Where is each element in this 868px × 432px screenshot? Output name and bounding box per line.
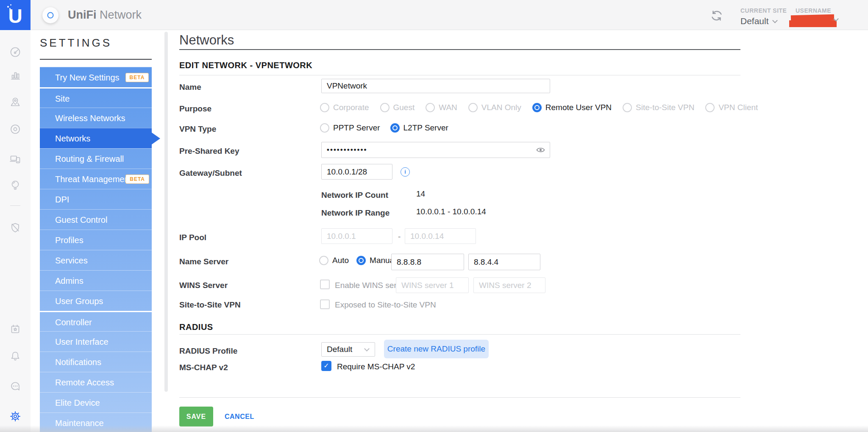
radio-icon bbox=[320, 123, 329, 133]
settings-menu-item[interactable]: Site bbox=[40, 87, 152, 108]
settings-menu-item-label: Services bbox=[55, 250, 88, 271]
settings-menu-item[interactable]: DPI bbox=[40, 189, 152, 209]
statistics-icon[interactable] bbox=[9, 69, 22, 81]
actions-rule bbox=[179, 397, 740, 398]
require-mschap-checkbox[interactable]: ✓ bbox=[321, 361, 331, 371]
radio-icon bbox=[319, 256, 328, 265]
wins-server-1-input[interactable] bbox=[396, 277, 469, 293]
exposed-site-to-site-checkbox[interactable] bbox=[320, 299, 330, 309]
settings-title: SETTINGS bbox=[40, 36, 112, 50]
radius-profile-value: Default bbox=[327, 345, 352, 354]
purpose-radio-option[interactable]: VLAN Only bbox=[468, 103, 521, 112]
username-block[interactable]: USERNAME bbox=[796, 7, 831, 14]
settings-menu-item[interactable]: Remote Access bbox=[40, 372, 152, 392]
ip-pool-start-input[interactable] bbox=[321, 228, 392, 244]
ip-pool-end-input[interactable] bbox=[405, 228, 476, 244]
purpose-radio-option[interactable]: Remote User VPN bbox=[532, 103, 612, 112]
settings-menu-item[interactable]: Networks bbox=[40, 128, 152, 148]
gateway-subnet-input[interactable] bbox=[321, 164, 392, 180]
gateway-subnet-label: Gateway/Subnet bbox=[179, 169, 242, 178]
app-header: U UniFi Network CURRENT SITE Default USE… bbox=[0, 0, 868, 30]
settings-menu-item[interactable]: Maintenance bbox=[40, 413, 152, 432]
radius-profile-select[interactable]: Default bbox=[321, 342, 375, 357]
settings-menu-item[interactable]: Admins bbox=[40, 270, 152, 291]
settings-menu-item-label: Site bbox=[55, 89, 70, 109]
app-title-unifi: UniFi bbox=[68, 8, 97, 21]
name-server-radio-option[interactable]: Manual bbox=[356, 256, 396, 265]
settings-menu-item[interactable]: Notifications bbox=[40, 352, 152, 372]
settings-scrollbar[interactable] bbox=[164, 32, 168, 392]
settings-menu-item-label: User Interface bbox=[55, 332, 108, 352]
alerts-bell-icon[interactable] bbox=[9, 349, 22, 362]
radio-option-label: VLAN Only bbox=[481, 103, 521, 112]
settings-menu-item[interactable]: Profiles bbox=[40, 230, 152, 250]
clients-icon[interactable] bbox=[9, 152, 22, 165]
name-server-radio-option[interactable]: Auto bbox=[319, 256, 349, 265]
wins-server-2-input[interactable] bbox=[473, 277, 545, 293]
network-ip-range-label: Network IP Range bbox=[321, 208, 389, 218]
settings-menu-item[interactable]: User Groups bbox=[40, 291, 152, 311]
settings-menu-item[interactable]: Threat ManagementBETA bbox=[40, 169, 152, 189]
create-radius-profile-button[interactable]: Create new RADIUS profile bbox=[384, 340, 489, 358]
enable-wins-checkbox[interactable] bbox=[320, 280, 330, 289]
mschap-label: MS-CHAP v2 bbox=[179, 363, 228, 372]
settings-menu-item[interactable]: Try New SettingsBETA bbox=[40, 67, 152, 87]
settings-menu-item-label: Threat Management bbox=[55, 169, 131, 189]
current-site-block[interactable]: CURRENT SITE Default bbox=[740, 7, 787, 26]
threat-management-icon[interactable] bbox=[9, 221, 22, 234]
purpose-radio-option[interactable]: Site-to-Site VPN bbox=[623, 103, 694, 112]
events-calendar-icon[interactable] bbox=[9, 323, 22, 335]
cancel-button[interactable]: CANCEL bbox=[225, 413, 254, 421]
dns2-input[interactable] bbox=[468, 254, 540, 270]
dns1-input[interactable] bbox=[391, 254, 464, 270]
purpose-radio-option[interactable]: VPN Client bbox=[705, 103, 758, 112]
network-ip-range-value: 10.0.0.1 - 10.0.0.14 bbox=[416, 207, 486, 216]
info-icon[interactable]: i bbox=[401, 167, 410, 177]
refresh-icon[interactable] bbox=[709, 8, 724, 23]
purpose-radio-group: Corporate Guest WAN VLAN Only Remote Use… bbox=[320, 102, 758, 113]
radio-icon bbox=[705, 103, 715, 112]
settings-menu-item[interactable]: Elite Device bbox=[40, 392, 152, 413]
map-icon[interactable] bbox=[9, 95, 22, 108]
settings-menu-item[interactable]: User Interface bbox=[40, 331, 152, 352]
purpose-radio-option[interactable]: Guest bbox=[380, 103, 415, 112]
dashboard-icon[interactable] bbox=[9, 46, 22, 58]
radio-option-label: L2TP Server bbox=[403, 123, 448, 133]
settings-menu-item[interactable]: Guest Control bbox=[40, 209, 152, 230]
radio-option-label: Guest bbox=[393, 103, 415, 112]
settings-menu-item[interactable]: Routing & Firewall bbox=[40, 148, 152, 169]
purpose-radio-option[interactable]: WAN bbox=[426, 103, 457, 112]
settings-menu-item[interactable]: Services bbox=[40, 250, 152, 270]
require-mschap-checkbox-label: Require MS-CHAP v2 bbox=[337, 362, 415, 371]
main-content: Networks EDIT NETWORK - VPNETWORK Name P… bbox=[168, 30, 868, 432]
devices-icon[interactable] bbox=[9, 123, 22, 136]
radio-icon bbox=[468, 103, 478, 112]
settings-gear-icon[interactable] bbox=[9, 410, 22, 423]
beta-badge: BETA bbox=[125, 174, 149, 184]
insights-icon[interactable] bbox=[9, 179, 22, 191]
vpn-type-radio-option[interactable]: PPTP Server bbox=[320, 123, 380, 133]
settings-menu: Try New SettingsBETA Site Wireless Netwo… bbox=[40, 67, 152, 432]
settings-menu-item[interactable]: Controller bbox=[40, 311, 152, 331]
current-site-value[interactable]: Default bbox=[740, 16, 787, 26]
network-ip-count-label: Network IP Count bbox=[321, 191, 388, 200]
chat-icon[interactable] bbox=[9, 380, 22, 393]
app-title-network: Network bbox=[97, 8, 142, 21]
purpose-radio-option[interactable]: Corporate bbox=[320, 103, 369, 112]
vpn-type-radio-option[interactable]: L2TP Server bbox=[390, 123, 448, 133]
settings-menu-item[interactable]: Wireless Networks bbox=[40, 108, 152, 128]
chevron-down-icon bbox=[772, 18, 778, 23]
page-title-rule bbox=[179, 49, 740, 50]
ip-pool-label: IP Pool bbox=[179, 233, 206, 242]
site-to-site-label: Site-to-Site VPN bbox=[179, 300, 241, 310]
radio-option-label: WAN bbox=[439, 103, 457, 112]
ubiquiti-logo[interactable]: U bbox=[0, 0, 31, 30]
show-password-eye-icon[interactable] bbox=[536, 147, 545, 153]
controller-device-badge[interactable] bbox=[42, 7, 58, 23]
name-input[interactable] bbox=[321, 79, 550, 93]
pre-shared-key-wrap bbox=[321, 142, 550, 158]
settings-menu-item-label: Routing & Firewall bbox=[55, 149, 124, 169]
pre-shared-key-input[interactable] bbox=[321, 142, 550, 158]
section-title: EDIT NETWORK - VPNETWORK bbox=[179, 61, 312, 70]
save-button[interactable]: SAVE bbox=[179, 407, 213, 426]
